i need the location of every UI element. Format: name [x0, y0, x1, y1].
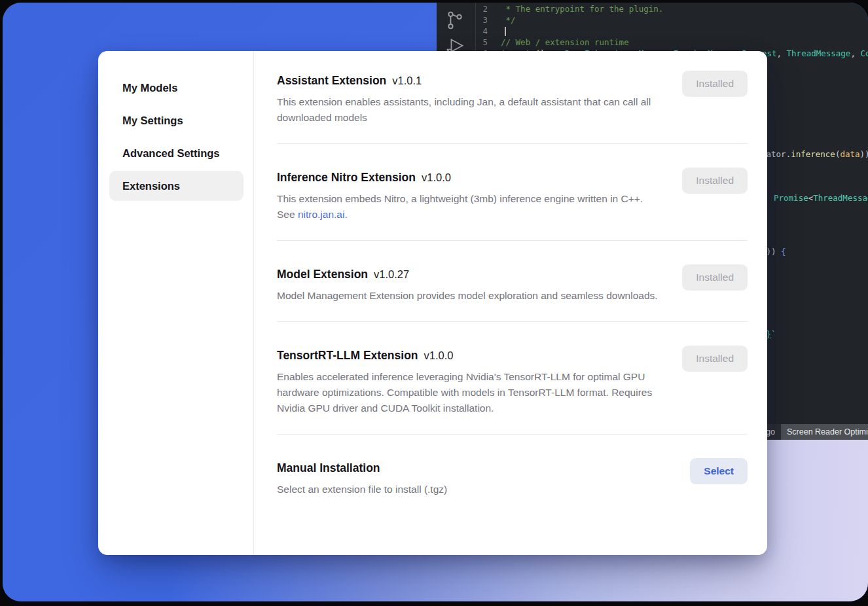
code-token: )) [860, 149, 868, 159]
extension-section-assistant-extension: Assistant Extensionv1.0.1This extension … [277, 72, 748, 126]
extension-section-inference-nitro-extension: Inference Nitro Extensionv1.0.0This exte… [277, 169, 748, 223]
code-token: * The entrypoint for the plugin. [501, 4, 663, 14]
installed-button[interactable]: Installed [682, 168, 748, 194]
extension-title: Manual Installation [277, 461, 380, 474]
code-token: */ [501, 15, 516, 25]
code-token: { [776, 247, 786, 257]
extensions-panel: Assistant Extensionv1.0.1This extension … [254, 51, 767, 555]
extension-section-tensortrt-llm-extension: TensortRT-LLM Extensionv1.0.0Enables acc… [277, 347, 748, 416]
extension-description: Select an extension file to install (.tg… [277, 482, 660, 497]
screenshot-canvas: 2 * The entrypoint for the plugin.3 */45… [0, 0, 868, 606]
sidebar-item-label: Advanced Settings [122, 147, 220, 160]
nitro-jan-ai-link[interactable]: nitro.jan.ai. [298, 209, 348, 220]
code-token: ThreadMessage [787, 48, 851, 58]
sidebar-item-advanced-settings[interactable]: Advanced Settings [109, 138, 244, 168]
line-number: 2 [437, 3, 488, 14]
extension-info: Manual InstallationSelect an extension f… [277, 459, 660, 497]
section-divider [277, 143, 748, 144]
code-token: inference [791, 149, 835, 159]
description-text: This extension enables assistants, inclu… [277, 96, 651, 123]
extension-description: Enables accelerated inference leveraging… [277, 369, 660, 416]
extension-version: v1.0.1 [392, 75, 422, 86]
extension-description: This extension enables assistants, inclu… [277, 94, 660, 126]
sidebar-item-label: My Models [122, 82, 177, 94]
sidebar-item-label: Extensions [122, 180, 180, 192]
code-token: , [850, 48, 860, 58]
extension-title: TensortRT-LLM Extension [277, 349, 418, 362]
sidebar-item-label: My Settings [122, 115, 183, 127]
installed-button[interactable]: Installed [682, 71, 748, 97]
code-token: )) [767, 247, 776, 257]
extension-version: v1.0.27 [374, 268, 409, 280]
description-text: Select an extension file to install (.tg… [277, 484, 447, 495]
code-token: ContentType [860, 48, 868, 58]
installed-button[interactable]: Installed [682, 264, 748, 291]
text-cursor [505, 27, 506, 36]
extension-section-manual-installation: Manual InstallationSelect an extension f… [277, 459, 748, 497]
extension-description: This extension embeds Nitro, a lightweig… [277, 191, 660, 223]
sidebar-item-my-settings[interactable]: My Settings [109, 105, 244, 135]
code-token: ` [771, 329, 776, 339]
screen-reader-badge: Screen Reader Optimized [781, 424, 868, 440]
extension-info: TensortRT-LLM Extensionv1.0.0Enables acc… [277, 347, 660, 416]
extension-title: Assistant Extension [277, 74, 386, 87]
code-line: 5// Web / extension runtime [437, 37, 868, 48]
code-line: 4 [437, 26, 868, 37]
extension-title: Inference Nitro Extension [277, 171, 416, 184]
settings-dialog: My ModelsMy SettingsAdvanced SettingsExt… [98, 51, 767, 555]
installed-button[interactable]: Installed [682, 346, 748, 372]
extension-info: Inference Nitro Extensionv1.0.0This exte… [277, 169, 660, 223]
code-fragment: rator.inference(data)); [761, 149, 868, 159]
section-divider [277, 434, 748, 435]
code-token: , [777, 48, 787, 58]
section-divider [277, 321, 748, 322]
sidebar-item-extensions[interactable]: Extensions [109, 171, 244, 201]
description-text: Enables accelerated inference leveraging… [277, 371, 652, 414]
code-token: Promise [774, 193, 808, 203]
extension-description: Model Management Extension provides mode… [277, 288, 660, 304]
extension-section-model-extension: Model Extensionv1.0.27Model Management E… [277, 266, 748, 304]
settings-sidebar: My ModelsMy SettingsAdvanced SettingsExt… [98, 51, 253, 555]
extension-version: v1.0.0 [422, 171, 451, 183]
sidebar-item-my-models[interactable]: My Models [109, 73, 244, 103]
extension-version: v1.0.0 [424, 349, 454, 361]
description-text: Model Management Extension provides mode… [277, 290, 658, 301]
line-number: 4 [437, 26, 488, 37]
extension-title: Model Extension [277, 268, 368, 281]
code-line: 2 * The entrypoint for the plugin. [437, 3, 868, 14]
section-divider [277, 240, 748, 241]
select-button[interactable]: Select [690, 458, 748, 484]
extension-info: Assistant Extensionv1.0.1This extension … [277, 72, 660, 126]
code-token: // Web / extension runtime [501, 37, 629, 47]
code-token: data [840, 149, 859, 159]
line-number: 5 [437, 37, 488, 48]
status-text: go [766, 427, 775, 437]
code-line: 3 */ [437, 14, 868, 26]
line-number: 3 [437, 14, 488, 26]
code-token: ThreadMessage [813, 193, 868, 203]
code-fragment: Promise<ThreadMessage> [774, 193, 868, 203]
extension-info: Model Extensionv1.0.27Model Management E… [277, 266, 660, 304]
